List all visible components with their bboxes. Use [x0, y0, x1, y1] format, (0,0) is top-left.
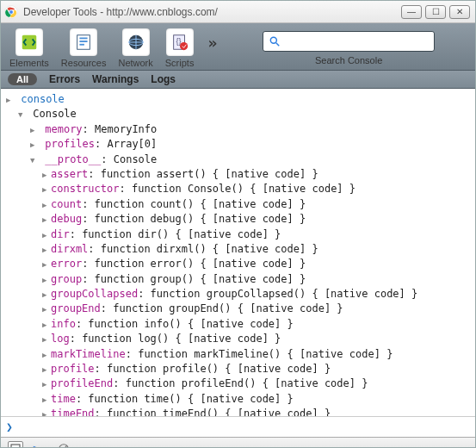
chevron-right-icon[interactable]	[42, 376, 51, 391]
search-label: Search Console	[315, 55, 382, 65]
tree-method[interactable]: constructor: function Console() { [nativ…	[6, 182, 470, 196]
filter-warnings[interactable]: Warnings	[92, 73, 139, 85]
prop-key: constructor	[51, 183, 119, 195]
prop-val: function timeEnd() { [native code] }	[107, 408, 331, 416]
chevron-right-icon[interactable]	[42, 302, 51, 316]
tree-proto[interactable]: __proto__: Console	[6, 152, 470, 167]
tree-profiles[interactable]: profiles: Array[0]	[6, 137, 470, 152]
minimize-button[interactable]: —	[401, 5, 422, 19]
prop-key: debug	[51, 213, 82, 225]
chevron-down-icon[interactable]	[18, 107, 27, 121]
chevron-right-icon[interactable]	[42, 212, 51, 227]
chevron-right-icon[interactable]	[42, 197, 51, 212]
chevron-right-icon[interactable]	[42, 242, 51, 257]
prop-val: function groupEnd() { [native code] }	[113, 302, 343, 314]
prop-val: function dir() { [native code] }	[82, 228, 281, 240]
chevron-right-icon[interactable]	[42, 317, 51, 332]
tree-method[interactable]: groupCollapsed: function groupCollapsed(…	[6, 287, 470, 302]
tree-memory[interactable]: memory: MemoryInfo	[6, 122, 470, 137]
tab-elements[interactable]: Elements	[8, 28, 51, 68]
tree-method[interactable]: profileEnd: function profileEnd() { [nat…	[6, 376, 470, 391]
prop-val: function Console() { [native code] }	[132, 183, 355, 195]
prop-val: function dirxml() { [native code] }	[101, 243, 318, 255]
prop-key: assert	[51, 168, 88, 180]
overflow-button[interactable]: »	[207, 34, 217, 52]
chevron-down-icon[interactable]	[30, 152, 39, 167]
filter-all[interactable]: All	[8, 73, 37, 85]
filter-errors[interactable]: Errors	[49, 73, 80, 85]
toggle-drawer-button[interactable]	[8, 441, 23, 449]
maximize-button[interactable]: ☐	[425, 5, 446, 19]
svg-rect-5	[80, 38, 88, 40]
svg-line-18	[60, 445, 67, 448]
tab-label: Resources	[61, 58, 107, 68]
tree-method[interactable]: info: function info() { [native code] }	[6, 317, 470, 332]
prop-key: time	[51, 393, 76, 405]
svg-rect-7	[80, 44, 85, 46]
prop-key: error	[51, 258, 82, 270]
tree-method[interactable]: dirxml: function dirxml() { [native code…	[6, 242, 470, 257]
tree-method[interactable]: error: function error() { [native code] …	[6, 257, 470, 271]
tree-method[interactable]: time: function time() { [native code] }	[6, 392, 470, 407]
clear-button[interactable]	[56, 441, 71, 449]
tab-resources[interactable]: Resources	[59, 28, 108, 68]
chevron-right-icon[interactable]	[30, 137, 39, 152]
chrome-icon	[4, 5, 18, 19]
prompt-icon: ❯	[6, 420, 13, 433]
chevron-right-icon[interactable]	[42, 392, 51, 407]
tree-method[interactable]: dir: function dir() { [native code] }	[6, 227, 470, 242]
tree-root[interactable]: console	[6, 92, 470, 107]
chevron-right-icon[interactable]	[42, 287, 51, 302]
console-output[interactable]: console Console memory: MemoryInfo profi…	[1, 89, 475, 416]
close-button[interactable]: ✕	[449, 5, 470, 19]
chevron-right-icon[interactable]	[42, 257, 51, 271]
tree-method[interactable]: log: function log() { [native code] }	[6, 332, 470, 346]
chevron-right-icon[interactable]	[42, 332, 51, 346]
chevron-right-icon[interactable]	[42, 347, 51, 362]
network-icon	[122, 28, 150, 56]
filter-logs[interactable]: Logs	[151, 73, 176, 85]
tree-method[interactable]: groupEnd: function groupEnd() { [native …	[6, 302, 470, 316]
chevron-right-icon[interactable]	[42, 272, 51, 287]
tab-label: Scripts	[165, 58, 195, 68]
svg-rect-6	[80, 40, 88, 42]
tree-method[interactable]: group: function group() { [native code] …	[6, 272, 470, 287]
prop-val: function assert() { [native code] }	[101, 168, 318, 180]
tree-method[interactable]: count: function count() { [native code] …	[6, 197, 470, 212]
bottom-bar: >_	[1, 437, 475, 448]
prop-val: function group() { [native code] }	[95, 273, 306, 285]
tree-method[interactable]: profile: function profile() { [native co…	[6, 362, 470, 376]
prop-val: function count() { [native code] }	[95, 198, 306, 210]
prop-val: Array[0]	[107, 138, 157, 150]
tree-method[interactable]: markTimeline: function markTimeline() { …	[6, 347, 470, 362]
chevron-right-icon[interactable]	[6, 92, 15, 107]
tab-network[interactable]: Network	[116, 28, 154, 68]
prop-key: dir	[51, 228, 70, 240]
tree-method[interactable]: timeEnd: function timeEnd() { [native co…	[6, 407, 470, 416]
search-input[interactable]	[286, 34, 429, 48]
chevron-right-icon[interactable]	[42, 362, 51, 376]
prop-val: function markTimeline() { [native code] …	[138, 348, 393, 360]
console-prompt-button[interactable]: >_	[32, 441, 47, 449]
svg-point-13	[270, 37, 276, 43]
window-buttons: — ☐ ✕	[401, 5, 470, 19]
chevron-right-icon[interactable]	[30, 122, 39, 137]
chevron-right-icon[interactable]	[42, 407, 51, 416]
console-prompt[interactable]: ❯	[1, 416, 475, 437]
tree-method[interactable]: assert: function assert() { [native code…	[6, 167, 470, 182]
prop-val: function info() { [native code] }	[88, 318, 293, 330]
tree-method[interactable]: debug: function debug() { [native code] …	[6, 212, 470, 227]
prop-val: function groupCollapsed() { [native code…	[151, 288, 418, 300]
chevron-right-icon[interactable]	[42, 227, 51, 242]
search-icon	[269, 35, 281, 47]
chevron-right-icon[interactable]	[42, 167, 51, 182]
search-box[interactable]	[263, 31, 435, 52]
elements-icon	[15, 28, 43, 56]
svg-line-14	[276, 43, 280, 47]
tab-scripts[interactable]: {} Scripts	[164, 28, 196, 68]
chevron-right-icon[interactable]	[42, 182, 51, 196]
prop-key: group	[51, 273, 82, 285]
prop-val: function log() { [native code] }	[82, 333, 281, 345]
tree-console[interactable]: Console	[6, 107, 470, 121]
window-titlebar: Developer Tools - http://www.cnblogs.com…	[1, 1, 475, 23]
